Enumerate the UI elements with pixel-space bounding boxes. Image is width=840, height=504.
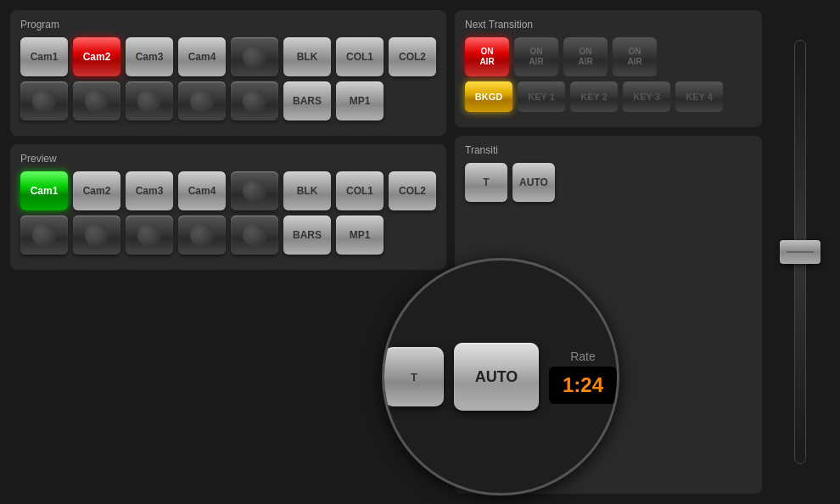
program-row-1: Cam1Cam2Cam3Cam4BLKCOL1COL2 [20, 37, 436, 76]
program-button2-3[interactable] [178, 81, 226, 120]
on-air-button-0[interactable]: ONAIR [465, 37, 509, 76]
preview-button2-3[interactable] [178, 216, 226, 255]
preview-button2-2[interactable] [126, 216, 173, 255]
program-button2-6[interactable]: MP1 [336, 81, 384, 120]
preview-button-3[interactable]: Cam4 [178, 171, 226, 210]
magnify-overlay: T AUTO Rate 1:24 [382, 258, 619, 496]
preview-button2-4[interactable] [231, 216, 278, 255]
preview-button-0[interactable]: Cam1 [20, 171, 68, 210]
transition-title: Transiti [465, 144, 752, 156]
cut-button[interactable]: T [465, 163, 507, 202]
program-button2-5[interactable]: BARS [283, 81, 331, 120]
fader-track-container [794, 14, 806, 490]
fader-handle[interactable] [780, 240, 820, 264]
rate-label: Rate [570, 350, 596, 363]
preview-button-1[interactable]: Cam2 [73, 171, 120, 210]
key-button-4[interactable]: KEY 4 [675, 81, 723, 112]
fader-panel [770, 10, 830, 494]
preview-button-7[interactable]: COL2 [389, 171, 436, 210]
auto-button[interactable]: AUTO [512, 163, 555, 202]
next-transition-section: Next Transition ONAIRONAIRONAIRONAIR BKG… [455, 10, 762, 127]
on-air-button-3[interactable]: ONAIR [613, 37, 657, 76]
on-air-button-1[interactable]: ONAIR [514, 37, 558, 76]
magnify-content: T AUTO Rate 1:24 [382, 343, 619, 411]
key-button-2[interactable]: KEY 2 [570, 81, 618, 112]
key-row: BKGDKEY 1KEY 2KEY 3KEY 4 [465, 81, 752, 112]
next-transition-title: Next Transition [465, 19, 752, 31]
program-button2-2[interactable] [126, 81, 173, 120]
program-row-2: BARSMP1 [20, 81, 436, 120]
rate-value-box: 1:24 [549, 367, 617, 404]
preview-row-2: BARSMP1 [20, 216, 436, 255]
preview-title: Preview [20, 153, 436, 165]
program-button2-0[interactable] [20, 81, 68, 120]
preview-row-1: Cam1Cam2Cam3Cam4BLKCOL1COL2 [20, 171, 436, 210]
program-button2-1[interactable] [73, 81, 120, 120]
auto-button-large[interactable]: AUTO [454, 343, 539, 411]
fader-track[interactable] [794, 40, 806, 464]
preview-button-4[interactable] [231, 171, 278, 210]
preview-section: Preview Cam1Cam2Cam3Cam4BLKCOL1COL2 BARS… [10, 144, 446, 270]
rate-value: 1:24 [563, 373, 603, 396]
key-button-1[interactable]: KEY 1 [518, 81, 565, 112]
program-button-3[interactable]: Cam4 [178, 37, 226, 76]
preview-button-5[interactable]: BLK [283, 171, 331, 210]
program-button-1[interactable]: Cam2 [73, 37, 120, 76]
rate-display: Rate 1:24 [549, 350, 617, 404]
program-button2-4[interactable] [231, 81, 278, 120]
program-title: Program [20, 19, 436, 31]
program-button-4[interactable] [231, 37, 278, 76]
preview-button2-0[interactable] [20, 216, 68, 255]
key-button-3[interactable]: KEY 3 [623, 81, 670, 112]
program-button-2[interactable]: Cam3 [126, 37, 173, 76]
preview-button2-6[interactable]: MP1 [336, 216, 384, 255]
preview-button-6[interactable]: COL1 [336, 171, 384, 210]
transition-button-row: T AUTO [465, 163, 752, 202]
program-section: Program Cam1Cam2Cam3Cam4BLKCOL1COL2 BARS… [10, 10, 446, 136]
program-button-6[interactable]: COL1 [336, 37, 384, 76]
preview-button-2[interactable]: Cam3 [126, 171, 173, 210]
cut-button-large[interactable]: T [384, 347, 444, 406]
key-button-0[interactable]: BKGD [465, 81, 512, 112]
program-button-0[interactable]: Cam1 [20, 37, 68, 76]
program-button-7[interactable]: COL2 [389, 37, 436, 76]
program-button-5[interactable]: BLK [283, 37, 331, 76]
on-air-row: ONAIRONAIRONAIRONAIR [465, 37, 752, 76]
preview-button2-1[interactable] [73, 216, 120, 255]
preview-button2-5[interactable]: BARS [283, 216, 331, 255]
on-air-button-2[interactable]: ONAIR [563, 37, 608, 76]
